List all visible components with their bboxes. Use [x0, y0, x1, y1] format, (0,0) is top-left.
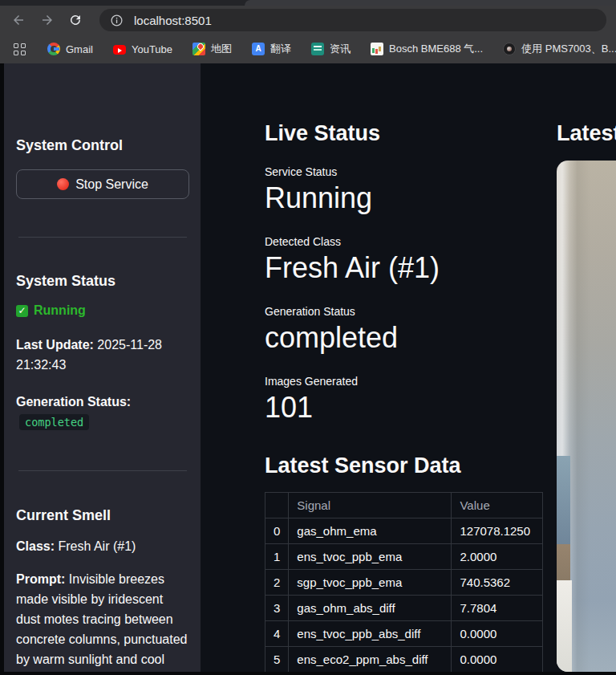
metric-service-status: Service Status Running: [265, 165, 543, 216]
bookmarks-bar: Gmail YouTube 地图 翻译 资讯 Bosch BME688 气...…: [0, 35, 616, 63]
col-header-value: Value: [452, 493, 543, 518]
prompt-text: Invisible breezes made visible by irides…: [16, 572, 187, 672]
running-status: Running: [16, 303, 189, 318]
sidebar-divider-2: [18, 470, 187, 471]
main-content: Live Status Service Status Running Detec…: [201, 63, 616, 672]
last-update-label: Last Update:: [16, 338, 94, 352]
generation-status-label: Generation Status:: [16, 395, 131, 409]
table-row: 5 ens_eco2_ppm_abs_diff 0.0000: [265, 647, 543, 673]
latest-image-column: Latest: [557, 120, 616, 672]
class-label: Class:: [16, 539, 55, 553]
table-row: 2 sgp_tvoc_ppb_ema 740.5362: [265, 570, 543, 596]
running-label: Running: [34, 303, 86, 318]
table-header-row: Signal Value: [265, 493, 543, 518]
google-maps-icon: [192, 43, 205, 55]
prompt-label: Prompt:: [16, 572, 65, 586]
sidebar-divider: [18, 237, 187, 238]
red-circle-icon: [57, 178, 69, 190]
google-translate-icon: [252, 43, 265, 55]
bookmark-maps[interactable]: 地图: [192, 42, 232, 56]
bookmark-gmail[interactable]: Gmail: [47, 43, 93, 55]
youtube-icon: [113, 45, 126, 55]
prompt-line: Prompt: Invisible breezes made visible b…: [16, 569, 189, 672]
generated-image: [557, 161, 616, 672]
forward-icon[interactable]: [40, 13, 55, 27]
table-row: 3 gas_ohm_abs_diff 7.7804: [265, 596, 543, 621]
sensor-dataframe[interactable]: Signal Value 0 gas_ohm_ema 127078.1250 1…: [265, 492, 543, 672]
reload-icon[interactable]: [68, 13, 83, 27]
metric-images-generated: Images Generated 101: [265, 375, 543, 425]
google-g-icon: [47, 43, 60, 55]
col-header-signal: Signal: [289, 493, 452, 518]
site-info-icon[interactable]: [110, 14, 124, 27]
address-bar[interactable]: localhost:8501: [99, 9, 606, 31]
smell-class-line: Class: Fresh Air (#1): [16, 536, 189, 556]
system-control-title: System Control: [16, 137, 189, 154]
sidebar: System Control Stop Service System Statu…: [4, 63, 201, 672]
pms-favicon: [503, 43, 516, 55]
metric-generation-status: Generation Status completed: [265, 305, 543, 356]
live-status-title: Live Status: [265, 120, 543, 146]
bookmark-youtube[interactable]: YouTube: [113, 43, 172, 55]
class-value: Fresh Air (#1): [58, 539, 136, 553]
url-text: localhost:8501: [134, 14, 212, 27]
system-status-title: System Status: [16, 273, 189, 290]
sensor-data-title: Latest Sensor Data: [265, 453, 543, 478]
browser-toolbar: localhost:8501: [0, 6, 616, 35]
check-icon: [16, 305, 28, 317]
latest-image-title: Latest: [557, 120, 616, 146]
active-tab-edge[interactable]: [245, 0, 616, 6]
table-row: 4 ens_tvoc_ppb_abs_diff 0.0000: [265, 621, 543, 647]
bookmark-bosch[interactable]: Bosch BME688 气...: [371, 42, 483, 56]
current-smell-title: Current Smell: [16, 507, 189, 524]
generation-status-badge: completed: [19, 414, 89, 430]
table-row: 0 gas_ohm_ema 127078.1250: [265, 518, 543, 544]
bosch-favicon: [371, 43, 383, 55]
bookmark-news[interactable]: 资讯: [311, 42, 351, 56]
tab-strip: [0, 0, 616, 6]
apps-grid-icon[interactable]: [14, 43, 26, 55]
last-update-line: Last Update: 2025-11-28 21:32:43: [16, 335, 189, 375]
stop-service-button[interactable]: Stop Service: [16, 169, 189, 199]
back-icon[interactable]: [11, 13, 26, 27]
generation-status-line: Generation Status: completed: [16, 392, 189, 433]
bookmark-pms[interactable]: 使用 PMS7003、B...: [503, 42, 616, 56]
stop-service-label: Stop Service: [75, 177, 148, 192]
metric-detected-class: Detected Class Fresh Air (#1): [265, 235, 543, 286]
news-icon: [311, 43, 324, 55]
bookmark-translate[interactable]: 翻译: [252, 42, 291, 56]
live-status-column: Live Status Service Status Running Detec…: [265, 120, 543, 672]
table-row: 1 ens_tvoc_ppb_ema 2.0000: [265, 544, 543, 570]
